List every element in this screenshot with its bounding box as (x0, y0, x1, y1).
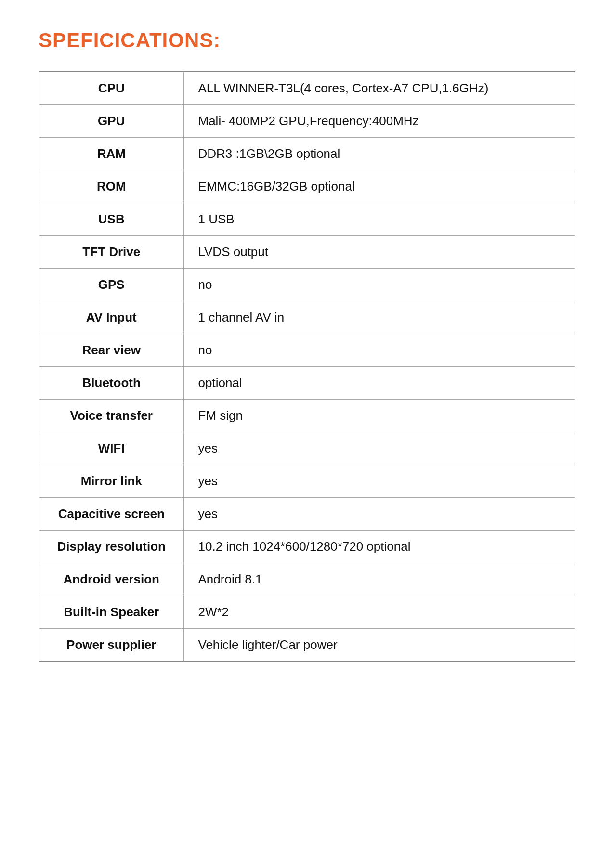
table-row: ROMEMMC:16GB/32GB optional (39, 170, 575, 203)
spec-value: no (183, 269, 575, 301)
table-row: Capacitive screenyes (39, 498, 575, 531)
spec-value: ALL WINNER-T3L(4 cores, Cortex-A7 CPU,1.… (183, 72, 575, 105)
spec-value: DDR3 :1GB\2GB optional (183, 138, 575, 170)
spec-label: ROM (39, 170, 183, 203)
table-row: WIFIyes (39, 432, 575, 465)
spec-value: 2W*2 (183, 596, 575, 629)
table-row: Android versionAndroid 8.1 (39, 563, 575, 596)
table-row: Rear viewno (39, 334, 575, 367)
spec-label: Android version (39, 563, 183, 596)
spec-value: Android 8.1 (183, 563, 575, 596)
spec-label: Built-in Speaker (39, 596, 183, 629)
spec-label: GPS (39, 269, 183, 301)
spec-value: LVDS output (183, 236, 575, 269)
spec-value: yes (183, 498, 575, 531)
spec-label: Voice transfer (39, 400, 183, 432)
spec-value: Vehicle lighter/Car power (183, 629, 575, 662)
spec-value: yes (183, 465, 575, 498)
spec-label: RAM (39, 138, 183, 170)
table-row: GPUMali- 400MP2 GPU,Frequency:400MHz (39, 105, 575, 138)
spec-label: Rear view (39, 334, 183, 367)
spec-value: FM sign (183, 400, 575, 432)
spec-value: optional (183, 367, 575, 400)
table-row: USB1 USB (39, 203, 575, 236)
spec-label: CPU (39, 72, 183, 105)
spec-label: USB (39, 203, 183, 236)
table-row: CPUALL WINNER-T3L(4 cores, Cortex-A7 CPU… (39, 72, 575, 105)
table-row: TFT DriveLVDS output (39, 236, 575, 269)
specifications-table: CPUALL WINNER-T3L(4 cores, Cortex-A7 CPU… (39, 71, 575, 662)
table-row: AV Input1 channel AV in (39, 301, 575, 334)
spec-label: AV Input (39, 301, 183, 334)
table-row: Bluetoothoptional (39, 367, 575, 400)
spec-value: 1 channel AV in (183, 301, 575, 334)
spec-label: Capacitive screen (39, 498, 183, 531)
spec-label: TFT Drive (39, 236, 183, 269)
spec-label: Mirror link (39, 465, 183, 498)
spec-label: Bluetooth (39, 367, 183, 400)
table-row: Mirror linkyes (39, 465, 575, 498)
spec-label: Power supplier (39, 629, 183, 662)
spec-label: WIFI (39, 432, 183, 465)
spec-value: 10.2 inch 1024*600/1280*720 optional (183, 531, 575, 563)
spec-value: EMMC:16GB/32GB optional (183, 170, 575, 203)
spec-value: yes (183, 432, 575, 465)
table-row: Voice transferFM sign (39, 400, 575, 432)
spec-value: no (183, 334, 575, 367)
table-row: Display resolution10.2 inch 1024*600/128… (39, 531, 575, 563)
page-title: SPEFICICATIONS: (39, 29, 575, 52)
spec-value: 1 USB (183, 203, 575, 236)
spec-label: GPU (39, 105, 183, 138)
table-row: GPSno (39, 269, 575, 301)
table-row: Built-in Speaker2W*2 (39, 596, 575, 629)
spec-label: Display resolution (39, 531, 183, 563)
table-row: RAMDDR3 :1GB\2GB optional (39, 138, 575, 170)
spec-value: Mali- 400MP2 GPU,Frequency:400MHz (183, 105, 575, 138)
table-row: Power supplierVehicle lighter/Car power (39, 629, 575, 662)
